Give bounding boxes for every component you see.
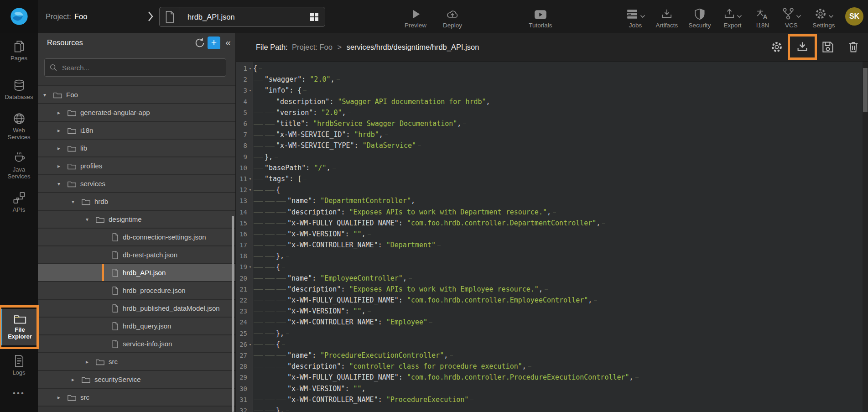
tree-folder-src[interactable]: ▸src — [38, 389, 235, 407]
topbar-action-preview[interactable]: Preview — [400, 4, 431, 29]
code-line[interactable]: 18}, — [236, 250, 863, 261]
tree-file-db-rest-patch-json[interactable]: db-rest-patch.json — [38, 246, 235, 264]
code-line[interactable]: 26▾{ — [236, 339, 863, 350]
tree-collapse-arrow-icon[interactable]: ▸ — [86, 359, 96, 365]
code-line[interactable]: 19▾{ — [236, 261, 863, 272]
fold-arrow-icon[interactable]: ▾ — [247, 66, 253, 71]
tree-file-hrdb-procedure-json[interactable]: hrdb_procedure.json — [38, 282, 235, 300]
sidebar-item-web-services[interactable]: WebServices — [0, 112, 38, 141]
settings-button[interactable] — [769, 40, 784, 54]
fold-arrow-icon[interactable]: ▾ — [247, 265, 253, 269]
tree-expand-arrow-icon[interactable]: ▾ — [72, 198, 82, 205]
code-line[interactable]: 16"x-WM-VERSION": "", — [236, 229, 863, 240]
code-line[interactable]: 14"description": "Exposes APIs to work w… — [236, 206, 863, 217]
code-line[interactable]: 2"swagger": "2.0", — [236, 74, 863, 85]
sidebar-item-file-explorer[interactable]: FileExplorer — [0, 309, 38, 345]
tree-folder-profiles[interactable]: ▸profiles — [38, 157, 235, 175]
tree-expand-arrow-icon[interactable]: ▾ — [43, 92, 53, 98]
topbar-action-settings[interactable]: Settings — [809, 4, 839, 29]
tree-collapse-arrow-icon[interactable]: ▸ — [57, 110, 68, 116]
tree-file-db-connection-settings-json[interactable]: db-connection-settings.json — [38, 229, 235, 246]
sidebar-item-java-services[interactable]: JavaServices — [0, 151, 38, 180]
delete-button[interactable] — [846, 40, 861, 54]
code-line[interactable]: 20"name": "EmployeeController", — [236, 273, 863, 284]
fold-arrow-icon[interactable]: ▾ — [247, 188, 253, 192]
grid-icon[interactable] — [304, 12, 325, 21]
tree-file-hrdb-query-json[interactable]: hrdb_query.json — [38, 318, 235, 335]
topbar-action-artifacts[interactable]: Artifacts — [653, 4, 681, 29]
code-line[interactable]: 10"basePath": "/", — [236, 162, 863, 173]
sidebar-item-apis[interactable]: APIs — [0, 192, 38, 213]
code-line[interactable]: 31"x-WM-CONTROLLER_NAME": "ProcedureExec… — [236, 394, 863, 405]
topbar-action-vcs[interactable]: VCS — [779, 4, 804, 29]
tree-expand-arrow-icon[interactable]: ▾ — [86, 216, 96, 223]
code-line[interactable]: 4"description": "Swagger API documentati… — [236, 96, 863, 107]
code-line[interactable]: 3▾"info": { — [236, 85, 863, 96]
tree-folder-i18n[interactable]: ▸i18n — [38, 122, 235, 140]
sidebar-more-button[interactable]: ••• — [13, 389, 25, 398]
sidebar-item-databases[interactable]: Databases — [0, 79, 38, 100]
fold-arrow-icon[interactable]: ▾ — [247, 88, 253, 93]
tree-file-hrdb-api-json[interactable]: hrdb_API.json — [38, 264, 235, 282]
topbar-action-security[interactable]: Security — [686, 4, 714, 29]
code-line[interactable]: 30"x-WM-VERSION": "", — [236, 383, 863, 394]
file-tab[interactable]: hrdb_API.json — [159, 7, 325, 27]
code-line[interactable]: 21"description": "Exposes APIs to work w… — [236, 284, 863, 295]
user-avatar[interactable]: SK — [845, 7, 863, 26]
code-line[interactable]: 25}, — [236, 328, 863, 339]
tree-folder-lib[interactable]: ▸lib — [38, 140, 235, 157]
fold-arrow-icon[interactable]: ▾ — [247, 342, 253, 347]
tree-folder-generated-angular-app[interactable]: ▸generated-angular-app — [38, 104, 235, 122]
tree-file-hrdb-published-datamodel-json[interactable]: hrdb_published_dataModel.json — [38, 300, 235, 318]
code-line[interactable]: 11▾"tags": [ — [236, 173, 863, 184]
code-line[interactable]: 17"x-WM-CONTROLLER_NAME": "Department" — [236, 240, 863, 250]
tree-file-service-info-json[interactable]: service-info.json — [38, 335, 235, 353]
tree-folder-securityservice[interactable]: ▸securityService — [38, 371, 235, 389]
editor-scrollbar-thumb[interactable] — [863, 68, 868, 112]
search-input[interactable] — [61, 63, 221, 72]
collapse-panel-button[interactable]: « — [223, 35, 234, 50]
tree-folder-foo[interactable]: ▾Foo — [38, 86, 235, 104]
tree-folder-src[interactable]: ▸src — [38, 353, 235, 371]
code-line[interactable]: 32}, — [236, 405, 863, 412]
tree-collapse-arrow-icon[interactable]: ▸ — [57, 394, 68, 401]
topbar-action-deploy[interactable]: Deploy — [439, 4, 466, 29]
tree-expand-arrow-icon[interactable]: ▾ — [57, 181, 68, 187]
code-line[interactable]: 6"title": "hrdbService Swagger Documenta… — [236, 118, 863, 129]
wavemaker-logo[interactable] — [0, 0, 38, 33]
sidebar-item-pages[interactable]: Pages — [0, 40, 38, 62]
code-editor[interactable]: 1▾{2"swagger": "2.0",3▾"info": {4"descri… — [236, 62, 863, 412]
code-line[interactable]: 22"x-WM-FULLY_QUALIFIED_NAME": "com.foo.… — [236, 295, 863, 306]
code-line[interactable]: 15"x-WM-FULLY_QUALIFIED_NAME": "com.foo.… — [236, 218, 863, 229]
tree-collapse-arrow-icon[interactable]: ▸ — [72, 376, 82, 383]
code-line[interactable]: 9}, — [236, 151, 863, 162]
tree-collapse-arrow-icon[interactable]: ▸ — [57, 127, 68, 134]
sidebar-item-logs[interactable]: Logs — [0, 355, 38, 376]
code-line[interactable]: 23"x-WM-VERSION": "", — [236, 306, 863, 317]
tree-scrollbar-thumb[interactable] — [232, 216, 234, 412]
code-line[interactable]: 8"x-WM-SERVICE_TYPE": "DataService" — [236, 140, 863, 151]
code-line[interactable]: 28"description": "controller class for p… — [236, 361, 863, 372]
tree-folder-hrdb[interactable]: ▾hrdb — [38, 193, 235, 211]
topbar-action-i18n[interactable]: AI18N — [751, 4, 774, 29]
topbar-action-jobs[interactable]: Jobs — [623, 4, 648, 29]
topbar-action-tutorials[interactable]: Tutorials — [525, 4, 556, 29]
editor-scrollbar[interactable] — [863, 62, 868, 412]
code-line[interactable]: 13"name": "DepartmentController", — [236, 195, 863, 206]
topbar-action-export[interactable]: Export — [718, 4, 747, 29]
save-button[interactable] — [821, 40, 835, 54]
code-line[interactable]: 29"x-WM-FULLY_QUALIFIED_NAME": "com.foo.… — [236, 372, 863, 383]
code-line[interactable]: 12▾{ — [236, 184, 863, 195]
code-line[interactable]: 7"x-WM-SERVICE_ID": "hrdb", — [236, 129, 863, 140]
fold-arrow-icon[interactable]: ▾ — [247, 177, 253, 181]
download-button[interactable] — [795, 40, 810, 54]
refresh-button[interactable] — [194, 37, 206, 49]
code-line[interactable]: 24"x-WM-CONTROLLER_NAME": "Employee" — [236, 317, 863, 328]
tree-collapse-arrow-icon[interactable]: ▸ — [57, 145, 68, 151]
project-breadcrumb[interactable]: Project: Foo — [46, 0, 87, 33]
tree-folder-services[interactable]: ▾services — [38, 175, 235, 193]
code-line[interactable]: 1▾{ — [236, 63, 863, 74]
code-line[interactable]: 27"name": "ProcedureExecutionController"… — [236, 350, 863, 361]
tree-folder-designtime[interactable]: ▾designtime — [38, 211, 235, 229]
code-line[interactable]: 5"version": "2.0", — [236, 107, 863, 118]
